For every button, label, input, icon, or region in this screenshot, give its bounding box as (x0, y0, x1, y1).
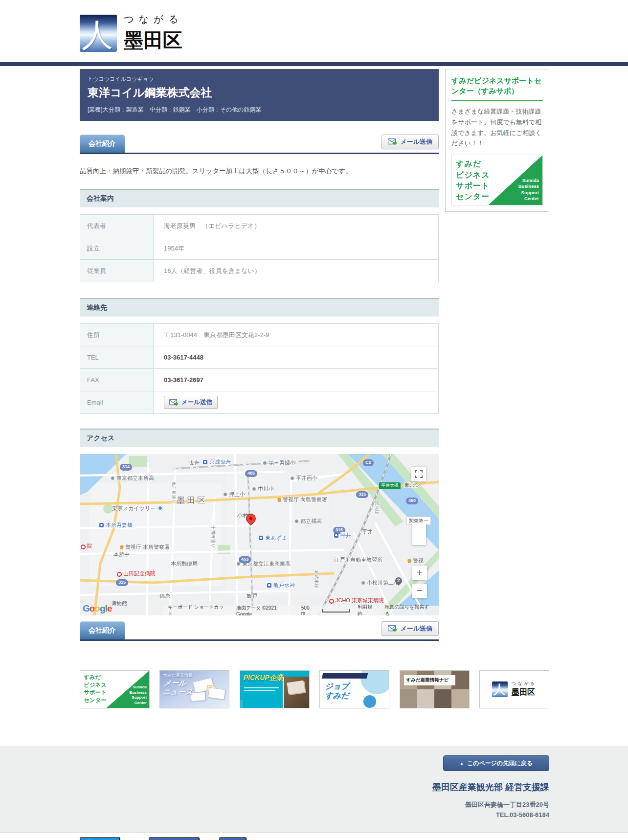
map-label: 本所中 (113, 551, 130, 557)
row-value: 16人（経営者、役員を含まない） (154, 260, 438, 282)
map-zoom-out-button[interactable]: − (412, 584, 427, 598)
facebook-like-button[interactable]: いいね！ 210 (149, 837, 200, 840)
map-label: 墨田区 (177, 496, 207, 505)
map-label: 東京都立本所高 (111, 475, 154, 481)
company-category: [業種]大分類：製造業 中分類：鉄鋼業 小分類：その他の鉄鋼業 (88, 106, 431, 114)
map-label: C2 (363, 459, 374, 466)
circle-graphic (363, 695, 376, 708)
section-company-info: 会社案内 (80, 189, 439, 207)
google-logo[interactable]: Google (83, 603, 112, 614)
tab-company-intro-bottom[interactable]: 会社紹介 (80, 621, 125, 639)
map-zoom-in-button[interactable]: + (412, 566, 427, 580)
map-label: 都立橘高 (294, 518, 322, 524)
map-label: JCHO 東京城東病院 (329, 597, 384, 604)
sumida-logo-icon: 人 (80, 15, 117, 52)
job-sumida-label: ジョブすみだ (325, 681, 349, 700)
map-label: 東京スカイツリー (112, 505, 163, 511)
map-school-pin: 文 (394, 576, 404, 586)
map-label: 315 (356, 491, 368, 498)
envelope-graphic (208, 687, 226, 700)
mail-envelope-icon (388, 625, 397, 632)
contact-table: 住所〒131-0044 東京都墨田区文花2-2-9TEL03-3617-4448… (80, 323, 439, 414)
tab-company-intro[interactable]: 会社紹介 (80, 135, 125, 153)
map-label: 453 (239, 556, 251, 563)
banner-pickup[interactable]: PICKUP企業 (240, 670, 310, 708)
map-label: 本所郵便局 (171, 561, 198, 567)
map-label: 第三吾嬬小 (263, 460, 295, 466)
row-value: 〒131-0044 東京都墨田区文花2-2-9 (154, 324, 438, 346)
banner-sangyo-navi[interactable]: すみだ産業情報ナビ (400, 670, 470, 708)
footer-department: 墨田区産業観光部 経営支援課 (80, 781, 549, 793)
company-furigana: トウヨウコイルコウギョウ (88, 75, 431, 83)
banner-support-lines: すみだビジネスサポートセンター (84, 674, 107, 704)
support-banner-lines: すみだビジネスサポートセンター (456, 159, 490, 203)
site-header: 人 つながる 墨田区 (0, 0, 628, 62)
site-logo[interactable]: 人 つながる 墨田区 (0, 0, 235, 54)
row-label: 代表者 (80, 215, 154, 237)
map-label: 315 (116, 579, 128, 586)
map-label: 総武本線 (314, 570, 318, 588)
company-name: 東洋コイル鋼業株式会社 (88, 85, 431, 100)
banner-links-row: すみだビジネスサポートセンター SumidaBusinessSupportCen… (80, 670, 549, 708)
map-pegman-control[interactable] (412, 522, 426, 545)
section-access: アクセス (80, 429, 439, 447)
map-terms-link[interactable]: 利用規約 (358, 604, 377, 615)
decor-line (244, 687, 279, 688)
tab-row-top: 会社紹介 メール送信 (80, 135, 439, 154)
envelope-graphic (191, 692, 206, 702)
social-bar: ツイート いいね！ 210 シェア © Sumida City. All Rig… (0, 832, 628, 840)
row-label: 設立 (80, 237, 154, 259)
map-label: 博物館 (111, 600, 127, 606)
mail-envelope-icon (388, 138, 397, 145)
green-divider (451, 100, 543, 101)
map-fullscreen-button[interactable] (411, 467, 426, 481)
map-label: 亀戸 (247, 593, 257, 599)
map-label: 曳舟 (189, 460, 200, 466)
tweet-button[interactable]: ツイート (80, 837, 120, 840)
map-label: 警視庁 向島警察署 (277, 497, 327, 502)
banner-tsunagaru-sumida[interactable]: 人 つながる 墨田区 (479, 670, 549, 708)
support-banner-english: SumidaBusinessSupportCenter (518, 178, 539, 202)
mail-news-title: すみだ産業情報 (163, 673, 192, 679)
table-row: Email メール送信 (80, 391, 438, 413)
row-label: 住所 (80, 324, 154, 346)
google-map[interactable]: 曳舟京成曳舟第三吾嬬小314465C2東京都立本所高平井西小東京シ曳舟川通り中川… (80, 454, 439, 615)
table-row: 住所〒131-0044 東京都墨田区文花2-2-9 (80, 324, 438, 346)
banner-mail-news[interactable]: すみだ産業情報 メールニュース (159, 670, 229, 708)
map-attribution: キーボード ショートカット 地図データ ©2021 Google 500 m 利… (163, 606, 439, 615)
map-label: 平井 (334, 532, 351, 538)
email-mail-send-button[interactable]: メール送信 (164, 396, 218, 409)
header-divider-bar (0, 62, 628, 66)
logo-tagline: つながる (124, 13, 183, 26)
footer: ▲ このページの先頭に戻る 墨田区産業観光部 経営支援課 墨田区吾妻橋一丁目23… (0, 747, 628, 832)
decor-line (244, 690, 275, 691)
banner-sumida-support[interactable]: すみだビジネスサポートセンター SumidaBusinessSupportCen… (80, 670, 150, 708)
row-label: 従業員 (80, 260, 154, 282)
support-center-banner[interactable]: すみだビジネスサポートセンター SumidaBusinessSupportCen… (451, 155, 543, 205)
table-row: FAX03-3617-2697 (80, 368, 438, 391)
tab-row-bottom: 会社紹介 メール送信 (80, 621, 439, 641)
row-value: 海老原英男 （エビハラヒデオ） (154, 215, 438, 237)
mail-news-label: メールニュース (162, 679, 194, 696)
facebook-share-button[interactable]: シェア (219, 837, 247, 840)
table-row: 従業員16人（経営者、役員を含まない） (80, 259, 438, 282)
map-label: 山田記念病院 (117, 570, 156, 577)
mail-send-button[interactable]: メール送信 (381, 135, 439, 149)
map-label: 江戸川自動車教習所 (334, 557, 382, 563)
row-value: 03-3617-2697 (154, 369, 438, 391)
mail-send-button-bottom[interactable]: メール送信 (381, 621, 439, 636)
banner-job-sumida[interactable]: ジョブすみだ (319, 670, 389, 708)
photo-graphic (283, 677, 309, 708)
map-label: 小松川第二小 (361, 580, 399, 586)
map-label: 総武線 (374, 501, 379, 514)
map-label: 平井西小 (290, 475, 317, 481)
map-keyboard-shortcuts[interactable]: キーボード ショートカット (168, 604, 228, 615)
ribbon-graphic (322, 673, 368, 679)
table-row: TEL03-3617-4448 (80, 346, 438, 368)
back-to-top-button[interactable]: ▲ このページの先頭に戻る (443, 755, 549, 771)
map-label: 東京シ (404, 482, 420, 488)
row-label: TEL (80, 346, 154, 368)
company-description: 品質向上・納期厳守・新製品の開発。スリッター加工は大型（長さ５００～）が中心です… (80, 167, 439, 176)
map-report-link[interactable]: 地図の誤りを報告する (385, 604, 434, 615)
map-label: 平井 (362, 529, 373, 535)
